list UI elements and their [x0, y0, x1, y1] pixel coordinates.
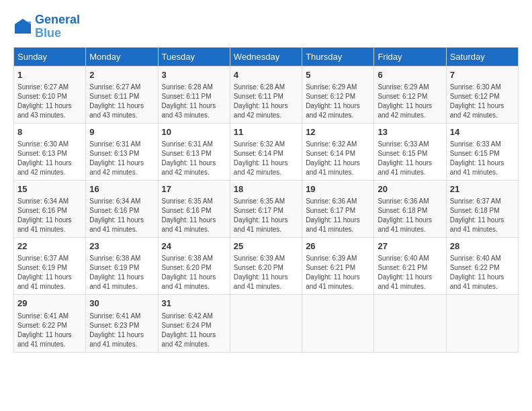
day-info: Sunrise: 6:37 AMSunset: 6:18 PMDaylight:…	[450, 197, 515, 234]
calendar-cell: 13Sunrise: 6:33 AMSunset: 6:15 PMDayligh…	[374, 123, 446, 180]
calendar-cell: 24Sunrise: 6:38 AMSunset: 6:20 PMDayligh…	[158, 238, 230, 295]
day-number: 30	[89, 298, 154, 310]
calendar-cell: 28Sunrise: 6:40 AMSunset: 6:22 PMDayligh…	[446, 238, 518, 295]
logo: General Blue	[13, 13, 80, 40]
logo-icon	[13, 17, 32, 36]
calendar-cell: 14Sunrise: 6:33 AMSunset: 6:15 PMDayligh…	[446, 123, 518, 180]
day-number: 15	[17, 183, 82, 195]
calendar-cell: 27Sunrise: 6:40 AMSunset: 6:21 PMDayligh…	[374, 238, 446, 295]
day-number: 4	[234, 69, 298, 81]
calendar-cell: 7Sunrise: 6:30 AMSunset: 6:12 PMDaylight…	[446, 66, 518, 123]
day-number: 11	[234, 126, 298, 138]
day-header-tuesday: Tuesday	[158, 47, 230, 66]
day-info: Sunrise: 6:40 AMSunset: 6:21 PMDaylight:…	[378, 254, 442, 291]
day-info: Sunrise: 6:27 AMSunset: 6:10 PMDaylight:…	[17, 83, 82, 120]
day-header-friday: Friday	[374, 47, 446, 66]
calendar-cell: 8Sunrise: 6:30 AMSunset: 6:13 PMDaylight…	[14, 123, 86, 180]
day-number: 10	[162, 126, 226, 138]
day-number: 13	[378, 126, 442, 138]
day-number: 20	[378, 183, 442, 195]
day-header-thursday: Thursday	[302, 47, 374, 66]
day-info: Sunrise: 6:29 AMSunset: 6:12 PMDaylight:…	[378, 83, 442, 120]
svg-marker-0	[15, 19, 31, 34]
day-info: Sunrise: 6:33 AMSunset: 6:15 PMDaylight:…	[450, 140, 515, 177]
day-info: Sunrise: 6:29 AMSunset: 6:12 PMDaylight:…	[306, 83, 370, 120]
calendar-cell: 20Sunrise: 6:36 AMSunset: 6:18 PMDayligh…	[374, 180, 446, 237]
logo-text: General Blue	[35, 13, 80, 40]
day-number: 19	[306, 183, 370, 195]
day-number: 21	[450, 183, 515, 195]
day-number: 31	[162, 298, 226, 310]
day-number: 23	[89, 240, 154, 253]
day-number: 5	[306, 69, 370, 81]
day-info: Sunrise: 6:37 AMSunset: 6:19 PMDaylight:…	[17, 254, 82, 291]
calendar-cell: 29Sunrise: 6:41 AMSunset: 6:22 PMDayligh…	[14, 295, 86, 352]
page-header: General Blue	[13, 13, 519, 40]
calendar-cell: 2Sunrise: 6:27 AMSunset: 6:11 PMDaylight…	[86, 66, 158, 123]
day-number: 22	[17, 240, 82, 253]
calendar-cell: 16Sunrise: 6:34 AMSunset: 6:16 PMDayligh…	[86, 180, 158, 237]
calendar-cell: 18Sunrise: 6:35 AMSunset: 6:17 PMDayligh…	[230, 180, 302, 237]
calendar-cell: 25Sunrise: 6:39 AMSunset: 6:20 PMDayligh…	[230, 238, 302, 295]
calendar-table: SundayMondayTuesdayWednesdayThursdayFrid…	[13, 47, 519, 353]
calendar-cell	[374, 295, 446, 352]
day-number: 9	[89, 126, 154, 138]
day-number: 24	[162, 240, 226, 253]
day-info: Sunrise: 6:34 AMSunset: 6:16 PMDaylight:…	[89, 197, 154, 234]
calendar-cell: 17Sunrise: 6:35 AMSunset: 6:16 PMDayligh…	[158, 180, 230, 237]
calendar-cell: 30Sunrise: 6:41 AMSunset: 6:23 PMDayligh…	[86, 295, 158, 352]
day-info: Sunrise: 6:27 AMSunset: 6:11 PMDaylight:…	[89, 83, 154, 120]
day-info: Sunrise: 6:28 AMSunset: 6:11 PMDaylight:…	[234, 83, 298, 120]
day-info: Sunrise: 6:31 AMSunset: 6:13 PMDaylight:…	[162, 140, 226, 177]
day-info: Sunrise: 6:35 AMSunset: 6:17 PMDaylight:…	[234, 197, 298, 234]
calendar-cell: 11Sunrise: 6:32 AMSunset: 6:14 PMDayligh…	[230, 123, 302, 180]
day-header-sunday: Sunday	[14, 47, 86, 66]
day-number: 28	[450, 240, 515, 253]
calendar-cell: 5Sunrise: 6:29 AMSunset: 6:12 PMDaylight…	[302, 66, 374, 123]
calendar-cell	[446, 295, 518, 352]
day-info: Sunrise: 6:41 AMSunset: 6:22 PMDaylight:…	[17, 312, 82, 349]
calendar-cell: 23Sunrise: 6:38 AMSunset: 6:19 PMDayligh…	[86, 238, 158, 295]
day-info: Sunrise: 6:31 AMSunset: 6:13 PMDaylight:…	[89, 140, 154, 177]
day-number: 18	[234, 183, 298, 195]
day-number: 29	[17, 298, 82, 310]
calendar-cell: 22Sunrise: 6:37 AMSunset: 6:19 PMDayligh…	[14, 238, 86, 295]
day-info: Sunrise: 6:32 AMSunset: 6:14 PMDaylight:…	[306, 140, 370, 177]
day-number: 17	[162, 183, 226, 195]
calendar-cell: 1Sunrise: 6:27 AMSunset: 6:10 PMDaylight…	[14, 66, 86, 123]
day-info: Sunrise: 6:30 AMSunset: 6:13 PMDaylight:…	[17, 140, 82, 177]
day-info: Sunrise: 6:34 AMSunset: 6:16 PMDaylight:…	[17, 197, 82, 234]
day-info: Sunrise: 6:42 AMSunset: 6:24 PMDaylight:…	[162, 312, 226, 349]
day-number: 2	[89, 69, 154, 81]
day-info: Sunrise: 6:39 AMSunset: 6:20 PMDaylight:…	[234, 254, 298, 291]
calendar-cell: 21Sunrise: 6:37 AMSunset: 6:18 PMDayligh…	[446, 180, 518, 237]
day-info: Sunrise: 6:28 AMSunset: 6:11 PMDaylight:…	[162, 83, 226, 120]
day-number: 16	[89, 183, 154, 195]
day-number: 3	[162, 69, 226, 81]
day-info: Sunrise: 6:38 AMSunset: 6:19 PMDaylight:…	[89, 254, 154, 291]
calendar-cell: 3Sunrise: 6:28 AMSunset: 6:11 PMDaylight…	[158, 66, 230, 123]
day-info: Sunrise: 6:41 AMSunset: 6:23 PMDaylight:…	[89, 312, 154, 349]
day-info: Sunrise: 6:35 AMSunset: 6:16 PMDaylight:…	[162, 197, 226, 234]
day-number: 14	[450, 126, 515, 138]
day-number: 25	[234, 240, 298, 253]
day-info: Sunrise: 6:32 AMSunset: 6:14 PMDaylight:…	[234, 140, 298, 177]
calendar-cell	[230, 295, 302, 352]
day-number: 26	[306, 240, 370, 253]
calendar-cell: 31Sunrise: 6:42 AMSunset: 6:24 PMDayligh…	[158, 295, 230, 352]
calendar-cell: 4Sunrise: 6:28 AMSunset: 6:11 PMDaylight…	[230, 66, 302, 123]
day-info: Sunrise: 6:38 AMSunset: 6:20 PMDaylight:…	[162, 254, 226, 291]
day-number: 7	[450, 69, 515, 81]
day-info: Sunrise: 6:40 AMSunset: 6:22 PMDaylight:…	[450, 254, 515, 291]
day-number: 27	[378, 240, 442, 253]
day-header-monday: Monday	[86, 47, 158, 66]
calendar-cell: 6Sunrise: 6:29 AMSunset: 6:12 PMDaylight…	[374, 66, 446, 123]
day-number: 1	[17, 69, 82, 81]
day-info: Sunrise: 6:33 AMSunset: 6:15 PMDaylight:…	[378, 140, 442, 177]
calendar-cell: 19Sunrise: 6:36 AMSunset: 6:17 PMDayligh…	[302, 180, 374, 237]
day-info: Sunrise: 6:39 AMSunset: 6:21 PMDaylight:…	[306, 254, 370, 291]
calendar-cell: 15Sunrise: 6:34 AMSunset: 6:16 PMDayligh…	[14, 180, 86, 237]
day-header-wednesday: Wednesday	[230, 47, 302, 66]
calendar-cell	[302, 295, 374, 352]
calendar-cell: 26Sunrise: 6:39 AMSunset: 6:21 PMDayligh…	[302, 238, 374, 295]
